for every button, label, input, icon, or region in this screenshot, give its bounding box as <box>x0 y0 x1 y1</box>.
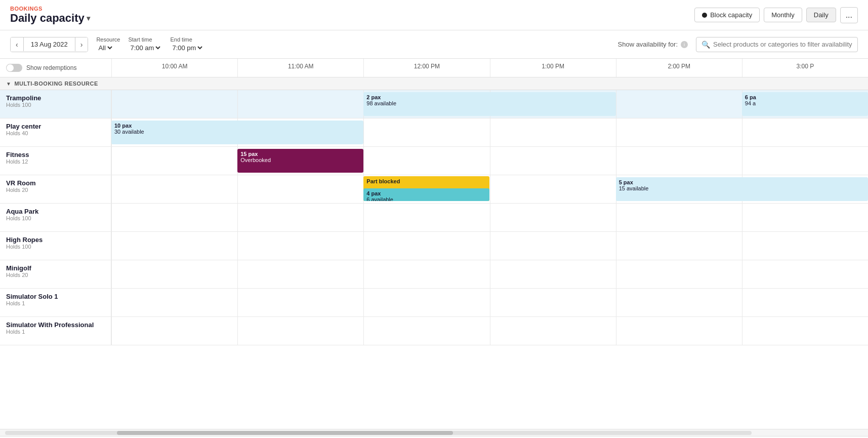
time-cell[interactable] <box>616 204 742 231</box>
collapse-icon[interactable]: ▼ <box>6 81 11 87</box>
next-date-button[interactable]: › <box>75 37 88 52</box>
time-cell[interactable] <box>237 204 363 231</box>
scrollbar-track[interactable] <box>5 431 752 435</box>
time-cell[interactable] <box>742 147 868 175</box>
booking-block[interactable]: 6 pa94 a <box>742 92 868 116</box>
time-cells <box>111 317 868 345</box>
scrollbar-thumb[interactable] <box>117 431 453 435</box>
booking-block[interactable]: 15 paxOverbooked <box>237 149 363 173</box>
title-chevron-icon[interactable]: ▾ <box>87 14 90 22</box>
time-cell[interactable] <box>237 90 363 118</box>
time-cell[interactable] <box>490 118 616 146</box>
booking-block[interactable]: 5 pax15 available <box>616 177 868 201</box>
time-cell[interactable] <box>616 317 742 345</box>
time-cell[interactable] <box>490 147 616 175</box>
time-cell[interactable] <box>111 204 237 231</box>
booking-main-label: 10 pax <box>114 123 360 129</box>
time-cell[interactable] <box>616 118 742 146</box>
time-cell[interactable] <box>111 175 237 203</box>
time-cell[interactable] <box>111 289 237 316</box>
time-cell[interactable] <box>363 289 489 316</box>
time-cell[interactable] <box>742 118 868 146</box>
resource-name: Minigolf <box>6 264 105 272</box>
more-options-button[interactable]: ... <box>840 7 858 23</box>
toggle-knob <box>7 64 14 71</box>
time-cell[interactable] <box>111 317 237 345</box>
booking-sub-label: 94 a <box>745 100 865 106</box>
time-cell[interactable] <box>616 289 742 316</box>
booking-main-label: 2 pax <box>366 94 612 100</box>
time-cell[interactable] <box>237 232 363 260</box>
time-cell[interactable] <box>237 260 363 288</box>
resource-name: Play center <box>6 123 105 130</box>
prev-date-button[interactable]: ‹ <box>11 37 23 52</box>
time-cell[interactable] <box>111 260 237 288</box>
time-column-header: 11:00 AM <box>237 59 363 77</box>
time-cell[interactable] <box>363 118 489 146</box>
time-cell[interactable] <box>742 204 868 231</box>
time-cell[interactable] <box>742 232 868 260</box>
time-cell[interactable] <box>111 232 237 260</box>
time-cell[interactable] <box>237 289 363 316</box>
monthly-button[interactable]: Monthly <box>764 8 802 22</box>
start-time-filter: Start time 7:00 am <box>128 36 162 52</box>
calendar-body: ▼ MULTI-BOOKING RESOURCE TrampolineHolds… <box>0 77 868 429</box>
resource-name: Simulator Solo 1 <box>6 293 105 300</box>
time-cell[interactable] <box>363 260 489 288</box>
time-cell[interactable] <box>490 175 616 203</box>
booking-main-label: 6 pa <box>745 94 865 100</box>
time-cell[interactable] <box>616 260 742 288</box>
resource-capacity: Holds 20 <box>6 272 105 278</box>
time-cell[interactable] <box>363 232 489 260</box>
time-cell[interactable] <box>490 232 616 260</box>
time-cells <box>111 204 868 231</box>
resource-header-cell: Show redemptions <box>0 59 111 77</box>
time-cells <box>111 289 868 316</box>
resource-select-wrapper[interactable]: All <box>96 44 120 52</box>
search-input[interactable] <box>713 41 852 48</box>
time-cell[interactable] <box>616 232 742 260</box>
daily-button[interactable]: Daily <box>806 8 836 22</box>
time-cell[interactable] <box>742 289 868 316</box>
time-cell[interactable] <box>490 204 616 231</box>
time-cell[interactable] <box>363 317 489 345</box>
resource-capacity: Holds 100 <box>6 244 105 250</box>
booking-block[interactable]: 10 pax30 available <box>111 121 363 144</box>
resource-info: Simulator With ProfessionalHolds 1 <box>0 317 111 345</box>
header-actions: Block capacity Monthly Daily ... <box>694 7 858 23</box>
show-redemptions-label: Show redemptions <box>26 64 76 71</box>
booking-block[interactable]: 4 pax6 available <box>363 188 489 201</box>
time-cell[interactable] <box>490 260 616 288</box>
availability-info-icon[interactable]: i <box>681 41 688 48</box>
resource-rows: TrampolineHolds 1002 pax98 available6 pa… <box>0 90 868 345</box>
time-cell[interactable] <box>111 90 237 118</box>
time-cell[interactable] <box>616 90 742 118</box>
resource-select[interactable]: All <box>96 44 114 52</box>
start-time-label: Start time <box>128 36 162 43</box>
block-capacity-label: Block capacity <box>710 11 752 19</box>
end-time-select[interactable]: 7:00 pm <box>170 44 204 52</box>
start-time-select[interactable]: 7:00 am <box>128 44 162 52</box>
start-time-select-wrapper[interactable]: 7:00 am <box>128 44 162 52</box>
block-capacity-button[interactable]: Block capacity <box>694 8 760 22</box>
resource-name: VR Room <box>6 179 105 187</box>
booking-sub-label: 98 available <box>366 100 612 106</box>
time-cell[interactable] <box>363 204 489 231</box>
time-cells <box>111 260 868 288</box>
end-time-select-wrapper[interactable]: 7:00 pm <box>170 44 204 52</box>
time-cell[interactable] <box>490 317 616 345</box>
time-cell[interactable] <box>742 317 868 345</box>
time-cell[interactable] <box>616 147 742 175</box>
show-redemptions-toggle[interactable] <box>6 64 22 72</box>
time-cell[interactable] <box>490 289 616 316</box>
time-cell[interactable] <box>363 147 489 175</box>
time-cell[interactable] <box>742 260 868 288</box>
booking-block[interactable]: 2 pax98 available <box>363 92 615 116</box>
page-title: Daily capacity ▾ <box>10 12 90 25</box>
show-availability: Show availability for: i <box>618 41 688 48</box>
time-cell[interactable] <box>237 175 363 203</box>
horizontal-scrollbar[interactable] <box>0 429 868 436</box>
time-cell[interactable] <box>237 317 363 345</box>
search-box[interactable]: 🔍 <box>696 37 858 52</box>
time-cell[interactable] <box>111 147 237 175</box>
